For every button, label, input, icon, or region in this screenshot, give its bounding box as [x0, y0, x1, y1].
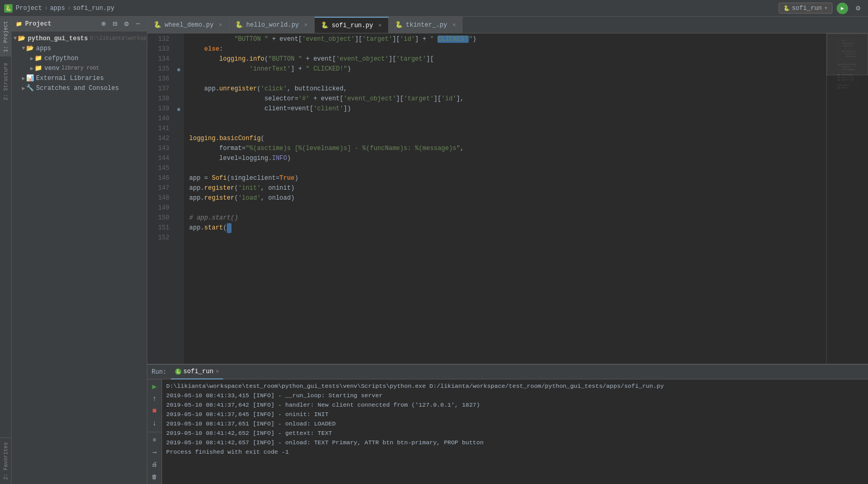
main-layout: 1: Project 2: Structure 2: Favorites 📁 P…: [0, 17, 868, 484]
breadcrumb-apps[interactable]: apps: [50, 5, 65, 12]
external-arrow: ▶: [22, 75, 25, 82]
tab-hello-world[interactable]: 🐍 hello_world.py ×: [229, 17, 314, 33]
scratches-name: Scratches and Consoles: [36, 85, 119, 92]
breadcrumb-sep-1: ›: [44, 5, 48, 12]
run-tab-close[interactable]: ×: [215, 368, 219, 375]
project-header-title: Project: [25, 20, 51, 28]
tree-item-external[interactable]: ▶ 📊 External Libraries: [11, 73, 147, 83]
code-line-149: [184, 203, 826, 213]
tree-item-apps[interactable]: ▼ 📂 apps: [11, 43, 147, 53]
tab-label-sofi: sofi_run.py: [332, 22, 373, 29]
run-button[interactable]: ▶: [837, 3, 848, 14]
wrap-lines-button[interactable]: ≡: [149, 435, 160, 445]
tab-close-sofi[interactable]: ×: [378, 22, 382, 29]
tab-icon-hello: 🐍: [235, 21, 243, 29]
editor-area: 🐍 wheel_demo.py × 🐍 hello_world.py × 🐍 s…: [147, 17, 868, 484]
tree-item-venv[interactable]: ▶ 📁 venv library root: [11, 63, 147, 73]
tree-item-cefpython[interactable]: ▶ 📁 cefpython: [11, 53, 147, 63]
apps-arrow: ▼: [22, 45, 25, 51]
toolbar-sep: [147, 432, 161, 432]
tree-item-root[interactable]: ▼ 📂 python_gui_tests D:\likianta\workspa…: [11, 33, 147, 43]
code-line-137: app.unregister('click', buttonclicked,: [184, 84, 826, 94]
sidebar-tab-structure[interactable]: 2: Structure: [0, 59, 11, 105]
minimap-viewport[interactable]: [827, 33, 868, 75]
settings-gear-button[interactable]: ⚙: [122, 19, 131, 29]
code-line-152: [184, 233, 826, 243]
venv-folder-icon: 📁: [34, 64, 42, 72]
code-line-132: "BUTTON " + event['event_object']['targe…: [184, 34, 826, 44]
breadcrumb-project[interactable]: Project: [16, 5, 42, 12]
print-button[interactable]: 🖨: [149, 459, 160, 469]
tab-label-hello: hello_world.py: [246, 21, 299, 29]
tab-close-wheel[interactable]: ×: [219, 22, 223, 28]
tab-label-tkinter: tkinter_.py: [406, 21, 447, 29]
sidebar-tab-favorites[interactable]: 2: Favorites: [0, 438, 11, 484]
settings-button[interactable]: ⚙: [852, 3, 864, 14]
left-strip: 1: Project 2: Structure 2: Favorites: [0, 17, 11, 484]
run-config-name: sofi_run: [792, 5, 822, 12]
venv-badge: library root: [62, 65, 99, 71]
console-line-3: 2019-05-10 08:41:37,651 [INFO] - onload:…: [166, 419, 864, 429]
code-content[interactable]: "BUTTON " + event['event_object']['targe…: [184, 33, 826, 364]
scratch-icon: 🔧: [26, 84, 34, 92]
run-config-selector[interactable]: 🐍 sofi_run ▾: [779, 3, 832, 14]
run-play-button[interactable]: ▶: [149, 382, 160, 391]
project-tree: ▼ 📂 python_gui_tests D:\likianta\workspa…: [11, 31, 147, 484]
run-tab-icon: 🐍: [175, 368, 181, 375]
collapse-all-button[interactable]: ⊟: [110, 19, 120, 29]
folder-open-icon: 📂: [18, 34, 26, 42]
line-numbers: 132 133 134 135 136 137 138 139 140 141 …: [147, 33, 173, 364]
scroll-down-button[interactable]: ↓: [149, 418, 160, 428]
code-line-150: # app.start(): [184, 213, 826, 223]
tab-sofi-run[interactable]: 🐍 sofi_run.py ×: [315, 17, 389, 33]
console-output[interactable]: D:\likianta\workspace\test_room\python_g…: [162, 379, 868, 484]
cefpython-arrow: ▶: [30, 55, 33, 62]
code-line-135: 'innerText'] + " CLICKED!"): [184, 64, 826, 74]
tab-close-tkinter[interactable]: ×: [453, 22, 456, 28]
code-line-136: [184, 74, 826, 84]
run-tab-name: sofi_run: [183, 368, 214, 375]
title-bar-right: 🐍 sofi_run ▾ ▶ ⚙: [779, 3, 864, 14]
cefpython-folder-icon: 📁: [34, 54, 42, 62]
run-tab-sofi[interactable]: 🐍 sofi_run ×: [171, 365, 223, 379]
soft-wrap-button[interactable]: ⟶: [149, 447, 160, 457]
console-line-2: 2019-05-10 08:41:37,645 [INFO] - oninit:…: [166, 410, 864, 419]
code-line-144: level=logging.INFO): [184, 154, 826, 164]
code-line-133: else:: [184, 44, 826, 54]
app-icon: 🐍: [4, 4, 13, 13]
code-line-134: logging.info("BUTTON " + event['event_ob…: [184, 54, 826, 64]
tab-tkinter[interactable]: 🐍 tkinter_.py ×: [389, 17, 463, 33]
tab-wheel-demo[interactable]: 🐍 wheel_demo.py ×: [147, 17, 229, 33]
venv-arrow: ▶: [30, 65, 33, 72]
breadcrumb-file: sofi_run.py: [73, 5, 114, 12]
bottom-panel: Run: 🐍 sofi_run × ▶ ↑ ■ ↓ ≡ ⟶ 🖨 🗑: [147, 364, 868, 484]
project-panel: 📁 Project ⊕ ⊟ ⚙ − ▼ 📂 python_gui_tests D…: [11, 17, 147, 484]
tab-label-wheel: wheel_demo.py: [165, 21, 214, 29]
code-line-147: app.register('init', oninit): [184, 183, 826, 193]
sidebar-tab-project[interactable]: 1: Project: [0, 17, 11, 56]
code-editor: 132 133 134 135 136 137 138 139 140 141 …: [147, 33, 868, 364]
breadcrumb-sep-2: ›: [67, 5, 71, 12]
code-gutter: ◉ ◉: [173, 33, 184, 364]
tree-item-scratches[interactable]: ▶ 🔧 Scratches and Consoles: [11, 83, 147, 93]
minimap[interactable]: ...................... .....else:.......…: [826, 33, 868, 364]
clear-button[interactable]: 🗑: [149, 472, 160, 482]
cefpython-name: cefpython: [44, 55, 78, 62]
close-panel-button[interactable]: −: [133, 19, 143, 29]
code-line-151: app.start(): [184, 223, 826, 233]
tab-close-hello[interactable]: ×: [304, 22, 308, 28]
console-line-1: 2019-05-10 08:41:37,642 [INFO] - handler…: [166, 400, 864, 410]
scroll-up-button[interactable]: ↑: [149, 394, 160, 404]
apps-folder-icon: 📂: [26, 44, 34, 52]
apps-name: apps: [36, 45, 51, 52]
tabs-bar: 🐍 wheel_demo.py × 🐍 hello_world.py × 🐍 s…: [147, 17, 868, 33]
title-bar: 🐍 Project › apps › sofi_run.py 🐍 sofi_ru…: [0, 0, 868, 17]
new-file-button[interactable]: ⊕: [99, 19, 108, 29]
scratches-arrow: ▶: [22, 85, 25, 91]
tree-root-path: D:\likianta\workspace\test_room\pytho…: [90, 36, 147, 41]
chevron-down-icon: ▾: [824, 4, 828, 12]
stop-button[interactable]: ■: [149, 406, 160, 416]
console-line-4: 2019-05-10 08:41:42,652 [INFO] - gettext…: [166, 429, 864, 438]
code-line-141: [184, 124, 826, 134]
console-line-0: 2019-05-10 08:41:33,415 [INFO] - __run_l…: [166, 391, 864, 400]
